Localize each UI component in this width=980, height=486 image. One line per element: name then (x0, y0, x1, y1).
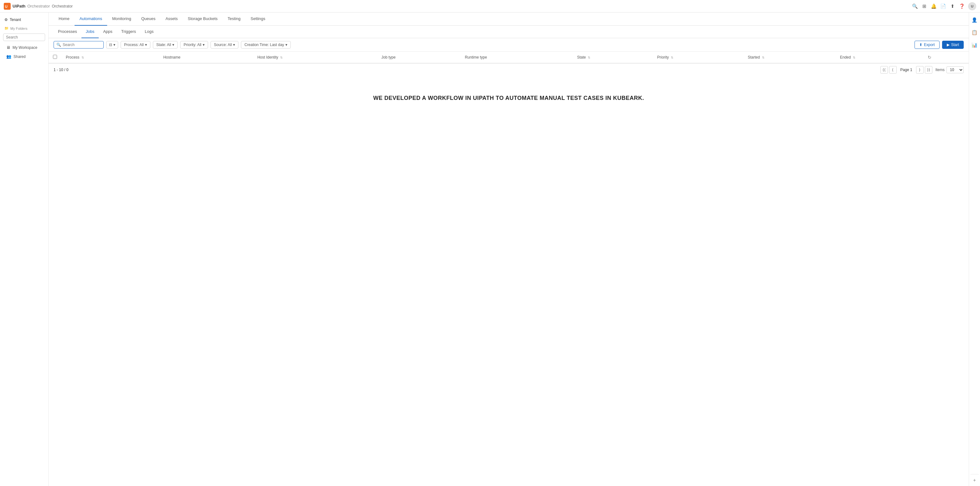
main-content: Home Automations Monitoring Queues Asset… (49, 13, 969, 486)
first-page-button[interactable]: ⟨⟨ (880, 66, 888, 74)
state-sort-icon: ⇅ (588, 56, 590, 59)
shared-icon: 👥 (6, 54, 11, 59)
priority-sort-icon: ⇅ (671, 56, 673, 59)
logo: U UiPath Orchestrator Orchestrator (4, 3, 73, 10)
my-workspace-label: My Workspace (13, 45, 37, 50)
sidebar-item-my-workspace[interactable]: 🖥 My Workspace (2, 43, 46, 52)
prev-page-button[interactable]: ⟨ (889, 66, 897, 74)
col-refresh[interactable]: ↻ (923, 52, 969, 63)
topbar-actions: 🔍 ⊞ 🔔 📄 ⬆ ❓ U (912, 2, 976, 10)
app-body: ⚙ Tenant 📁 My Folders 🖥 My Workspace 👥 S… (0, 13, 980, 486)
refresh-button[interactable]: ↻ (928, 55, 931, 60)
bell-icon[interactable]: 🔔 (931, 3, 937, 10)
col-priority[interactable]: Priority ⇅ (652, 52, 743, 63)
state-filter-chevron: ▾ (172, 43, 174, 47)
filter-process[interactable]: Process: All ▾ (121, 41, 150, 49)
right-panel-user-icon[interactable]: 👤 (970, 16, 979, 24)
jobs-table: Process ⇅ Hostname Host Identity ⇅ Job t… (49, 52, 969, 63)
last-page-button[interactable]: ⟩⟩ (925, 66, 932, 74)
select-all-header[interactable] (49, 52, 61, 63)
page-label: Page 1 (898, 68, 915, 72)
app-subtitle: Orchestrator (27, 4, 50, 8)
workspace-icon: 🖥 (6, 45, 10, 50)
filter-icon: ⊟ (109, 43, 112, 47)
subtab-triggers[interactable]: Triggers (117, 26, 140, 38)
host-identity-sort-icon: ⇅ (280, 56, 283, 59)
tab-queues[interactable]: Queues (136, 13, 161, 26)
filter-state[interactable]: State: All ▾ (153, 41, 178, 49)
col-started[interactable]: Started ⇅ (743, 52, 835, 63)
tenant-item[interactable]: ⚙ Tenant (0, 16, 48, 24)
my-folders-section[interactable]: 📁 My Folders (0, 24, 48, 32)
my-folders-label: My Folders (10, 27, 27, 30)
pagination-bar: 1 - 10 / 0 ⟨⟨ ⟨ Page 1 ⟩ ⟩⟩ Items 10 25 … (49, 63, 969, 76)
items-per-page: Items 10 25 50 100 (935, 67, 964, 73)
sub-nav: Processes Jobs Apps Triggers Logs (49, 26, 969, 38)
subtab-apps[interactable]: Apps (99, 26, 117, 38)
export-icon: ⬆ (919, 43, 922, 47)
items-label: Items (935, 68, 945, 72)
folder-icon: 📁 (5, 26, 9, 30)
col-ended[interactable]: Ended ⇅ (835, 52, 923, 63)
filter-source[interactable]: Source: All ▾ (210, 41, 239, 49)
search-icon[interactable]: 🔍 (912, 3, 918, 10)
sidebar-search[interactable] (3, 33, 45, 41)
empty-message: WE DEVELOPED A WORKFLOW IN UIPATH TO AUT… (373, 95, 644, 102)
start-button[interactable]: ▶ Start (942, 41, 964, 49)
col-host-identity[interactable]: Host Identity ⇅ (253, 52, 377, 63)
user-avatar[interactable]: U (968, 2, 976, 10)
tab-storage-buckets[interactable]: Storage Buckets (183, 13, 223, 26)
filter-button[interactable]: ⊟ ▾ (106, 41, 118, 49)
sidebar-search-input[interactable] (3, 33, 45, 41)
creation-time-filter-chevron: ▾ (285, 43, 287, 47)
tab-monitoring[interactable]: Monitoring (107, 13, 136, 26)
tab-assets[interactable]: Assets (161, 13, 183, 26)
col-job-type[interactable]: Job type (377, 52, 460, 63)
col-runtime-type[interactable]: Runtime type (461, 52, 573, 63)
filter-creation-time[interactable]: Creation Time: Last day ▾ (241, 41, 291, 49)
tab-testing[interactable]: Testing (223, 13, 246, 26)
filter-dropdown-icon: ▾ (113, 43, 115, 47)
uipath-logo-icon: U (4, 3, 11, 10)
process-sort-icon: ⇅ (81, 56, 84, 59)
process-filter-chevron: ▾ (145, 43, 147, 47)
next-page-button[interactable]: ⟩ (916, 66, 924, 74)
sidebar-item-shared[interactable]: 👥 Shared (2, 52, 46, 61)
subtab-jobs[interactable]: Jobs (81, 26, 99, 38)
top-nav: Home Automations Monitoring Queues Asset… (49, 13, 969, 26)
search-box[interactable]: 🔍 (54, 41, 104, 49)
right-panel: 👤 📋 📊 ＋ (969, 13, 980, 486)
help-icon[interactable]: ❓ (959, 3, 965, 10)
subtab-logs[interactable]: Logs (140, 26, 158, 38)
subtab-processes[interactable]: Processes (54, 26, 81, 38)
search-box-icon: 🔍 (56, 43, 61, 47)
toolbar-actions: ⬆ Export ▶ Start (915, 41, 964, 49)
col-hostname[interactable]: Hostname (159, 52, 253, 63)
tab-automations[interactable]: Automations (75, 13, 107, 26)
col-state[interactable]: State ⇅ (573, 52, 652, 63)
right-panel-doc-icon[interactable]: 📋 (970, 28, 979, 37)
table-header-row: Process ⇅ Hostname Host Identity ⇅ Job t… (49, 52, 969, 63)
page-navigation: ⟨⟨ ⟨ Page 1 ⟩ ⟩⟩ (880, 66, 932, 74)
grid-icon[interactable]: ⊞ (921, 3, 928, 10)
right-panel-chart-icon[interactable]: 📊 (970, 41, 979, 49)
document-icon[interactable]: 📄 (940, 3, 946, 10)
right-panel-add-icon[interactable]: ＋ (970, 474, 979, 483)
start-icon: ▶ (947, 43, 950, 47)
export-button[interactable]: ⬆ Export (915, 41, 940, 49)
upload-icon[interactable]: ⬆ (949, 3, 956, 10)
sidebar: ⚙ Tenant 📁 My Folders 🖥 My Workspace 👥 S… (0, 13, 49, 486)
svg-text:U: U (5, 5, 8, 8)
filter-priority[interactable]: Priority: All ▾ (180, 41, 208, 49)
tenant-label: Tenant (10, 17, 21, 22)
col-process[interactable]: Process ⇅ (61, 52, 159, 63)
items-per-page-select[interactable]: 10 25 50 100 (947, 67, 964, 73)
table-area: Process ⇅ Hostname Host Identity ⇅ Job t… (49, 52, 969, 486)
priority-filter-chevron: ▾ (203, 43, 205, 47)
app-title: UiPath (13, 4, 25, 8)
empty-state: WE DEVELOPED A WORKFLOW IN UIPATH TO AUT… (49, 76, 969, 120)
tab-settings[interactable]: Settings (246, 13, 270, 26)
select-all-checkbox[interactable] (53, 55, 57, 59)
search-input[interactable] (63, 43, 101, 47)
tab-home[interactable]: Home (54, 13, 75, 26)
